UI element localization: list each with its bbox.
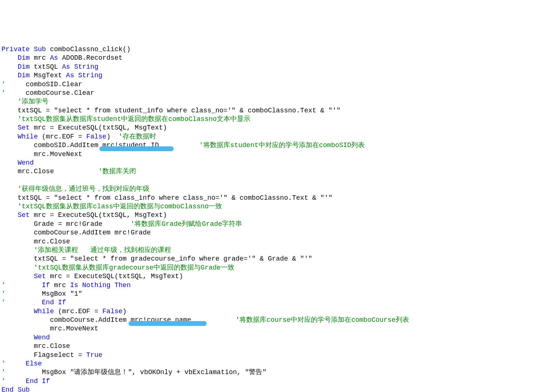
kw: End If <box>42 299 66 306</box>
txt: mrc = ExecuteSQL(txtSQL, MsgText) <box>30 211 167 219</box>
txt: mrc <box>30 54 50 62</box>
txt: comboCourse.AddItem mrc!Grade <box>34 229 151 236</box>
kw: If <box>42 281 50 289</box>
cmt: 'txtSQL数据集从数据库class中返回的数据与comboClassno一致 <box>18 203 222 210</box>
kw: Private Sub <box>1 46 46 53</box>
kw: End Sub <box>1 386 30 392</box>
cmt: ' <box>1 377 6 385</box>
kw: Wend <box>34 334 50 341</box>
cmt: '添加相关课程 通过年级，找到相应的课程 <box>34 246 171 254</box>
txt: txtSQL <box>30 63 62 71</box>
kw: Is Nothing Then <box>70 281 131 289</box>
txt: Grade = mrc!Grade <box>34 220 130 228</box>
cmt: ' <box>1 360 6 367</box>
highlight-icon <box>99 146 174 151</box>
txt: mrc = ExecuteSQL(txtSQL, MsgText) <box>46 273 183 280</box>
kw: Set <box>34 273 46 280</box>
txt: MsgBox "1" <box>42 290 82 298</box>
txt: (mrc.EOF = <box>38 133 86 140</box>
cmt: '将数据库course中对应的学号添加在comboCourse列表 <box>236 316 409 324</box>
cmt: 'txtSQL数据集从数据库gradecourse中返回的数据与Grade一致 <box>34 264 234 271</box>
cmt: '存在数据时 <box>118 133 156 140</box>
highlight-icon <box>129 321 207 326</box>
txt: mrc.Close <box>18 168 98 175</box>
cmt: 'txtSQL数据集从数据库student中返回的数据在comboClassno… <box>18 115 250 123</box>
kw: False <box>102 308 123 315</box>
txt: ) <box>106 133 118 140</box>
cmt: '将数据库student中对应的学号添加在comboSID列表 <box>199 141 365 149</box>
cmt: '获得年级信息，通过班号，找到对应的年级 <box>18 185 149 193</box>
txt: MsgBox "请添加年级信息！", vbOKOnly + vbExclamat… <box>42 368 266 376</box>
kw: Set <box>18 124 30 131</box>
hl: mrc!course_name <box>131 316 191 324</box>
kw: False <box>86 133 106 140</box>
code-block: Private Sub comboClassno_click() Dim mrc… <box>1 37 541 392</box>
kw: As String <box>66 72 102 79</box>
txt: mrc.Close <box>34 342 70 350</box>
kw: Wend <box>18 159 34 167</box>
kw: As String <box>62 63 98 71</box>
cmt: ' <box>1 81 6 88</box>
txt: (mrc.EOF = <box>54 308 102 315</box>
txt: comboSID.AddItem <box>34 141 102 149</box>
kw: Dim <box>18 54 30 62</box>
kw: As <box>50 54 58 62</box>
kw: Else <box>26 360 42 367</box>
txt: txtSQL = "select * from class_info where… <box>18 194 333 202</box>
txt: ) <box>123 308 127 315</box>
txt: MsgText <box>30 72 66 79</box>
kw: While <box>34 308 54 315</box>
txt: txtSQL = "select * from gradecourse_info… <box>34 255 312 262</box>
txt: ADODB.Recordset <box>58 54 123 62</box>
hl: mrc!student_ID <box>102 141 159 149</box>
kw: True <box>86 351 102 359</box>
kw: Dim <box>18 72 30 79</box>
kw: Dim <box>18 63 30 71</box>
cmt: ' <box>1 281 6 289</box>
kw: End If <box>26 377 50 385</box>
kw: Set <box>18 211 30 219</box>
txt: comboCourse.AddItem <box>50 316 131 324</box>
cmt: ' <box>1 299 6 306</box>
txt: comboClassno_click() <box>46 46 131 53</box>
txt: mrc.MoveNext <box>34 150 82 158</box>
txt: mrc <box>50 281 70 289</box>
cmt: '数据库关闭 <box>98 168 136 175</box>
cmt: ' <box>1 368 6 376</box>
txt: mrc.Close <box>34 238 70 245</box>
txt: comboSID.Clear <box>6 81 82 88</box>
kw: While <box>18 133 38 140</box>
txt: txtSQL = "select * from student_info whe… <box>18 107 340 114</box>
txt: mrc = ExecuteSQL(txtSQL, MsgText) <box>30 124 167 131</box>
cmt: '将数据库Grade列赋给Grade字符串 <box>131 220 242 228</box>
cmt: ' <box>1 89 6 97</box>
txt: Flagselect = <box>34 351 86 359</box>
cmt: ' <box>1 290 6 298</box>
txt: mrc.MoveNext <box>50 325 99 332</box>
txt: comboCourse.Clear <box>6 89 95 97</box>
cmt: '添加学号 <box>18 98 49 105</box>
